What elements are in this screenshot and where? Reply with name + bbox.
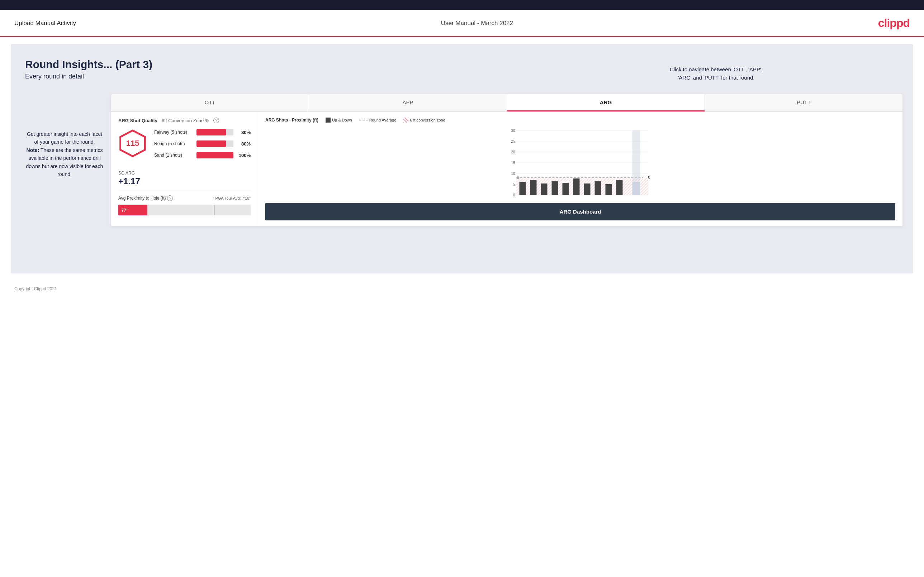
bar-pct-rough: 80% (236, 141, 250, 147)
main-content: Round Insights... (Part 3) Every round i… (11, 44, 913, 274)
bar-track-fairway (197, 129, 233, 135)
pga-avg-label: ↑ PGA Tour Avg: 7'10" (212, 196, 250, 200)
svg-rect-27 (552, 181, 558, 195)
proximity-help-icon[interactable]: ? (167, 195, 173, 201)
svg-rect-29 (573, 179, 580, 195)
section-header: ARG Shot Quality 6ft Conversion Zone % ? (118, 118, 250, 123)
page-title: Round Insights... (Part 3) (25, 58, 899, 71)
panel-left: ARG Shot Quality 6ft Conversion Zone % ?… (111, 112, 258, 226)
chart-area: 30 25 20 15 10 5 0 (265, 127, 895, 198)
svg-rect-25 (530, 180, 537, 195)
svg-rect-24 (520, 182, 526, 195)
bar-track-rough (197, 140, 233, 147)
tab-arg[interactable]: ARG (507, 94, 705, 111)
chart-header: ARG Shots - Proximity (ft) Up & Down Rou… (265, 118, 895, 122)
sidebar-intro: Get greater insight into each facet of y… (26, 131, 103, 177)
svg-rect-26 (541, 184, 548, 195)
legend-round-avg-label: Round Average (369, 118, 397, 122)
sidebar-note-label: Note: (26, 147, 39, 153)
bar-sand: Sand (1 shots) 100% (154, 152, 250, 158)
legend-up-down-label: Up & Down (332, 118, 352, 122)
chart-svg: 30 25 20 15 10 5 0 (265, 127, 895, 198)
svg-text:8: 8 (648, 176, 650, 180)
tab-ott[interactable]: OTT (111, 94, 309, 111)
conversion-zone-label: 6ft Conversion Zone % (162, 118, 209, 123)
svg-rect-34 (633, 182, 640, 195)
shot-quality-bars: Fairway (5 shots) 80% Rough (5 shots) (154, 129, 250, 163)
bar-fairway: Fairway (5 shots) 80% (154, 129, 250, 135)
top-bar (0, 0, 924, 10)
tab-app[interactable]: APP (309, 94, 507, 111)
svg-text:5: 5 (513, 182, 515, 186)
svg-text:25: 25 (511, 139, 515, 143)
svg-rect-30 (584, 184, 591, 195)
legend-round-avg: Round Average (359, 118, 397, 122)
help-icon[interactable]: ? (213, 118, 219, 123)
svg-text:30: 30 (511, 129, 515, 132)
annotation-text: Click to navigate between 'OTT', 'APP','… (670, 66, 762, 82)
svg-point-21 (517, 176, 520, 179)
bar-pct-fairway: 80% (236, 130, 250, 135)
legend-6ft: 6 ft conversion zone (403, 118, 445, 122)
proximity-section: Avg Proximity to Hole (ft) ? ↑ PGA Tour … (118, 190, 250, 215)
main-panel: OTT APP ARG PUTT ARG Shot Quality 6ft Co… (111, 94, 903, 226)
chart-title: ARG Shots - Proximity (ft) (265, 118, 318, 122)
proximity-header: Avg Proximity to Hole (ft) ? ↑ PGA Tour … (118, 195, 250, 201)
legend-hatched-icon (403, 118, 409, 122)
hex-container: 115 Fairway (5 shots) 80% (118, 129, 250, 163)
svg-rect-32 (606, 184, 612, 195)
svg-text:20: 20 (511, 150, 515, 154)
sg-section: SG ARG +1.17 (118, 171, 250, 186)
hex-score-value: 115 (126, 139, 139, 148)
panel-right: ARG Shots - Proximity (ft) Up & Down Rou… (258, 112, 903, 226)
tab-putt[interactable]: PUTT (705, 94, 903, 111)
annotation-label: Click to navigate between 'OTT', 'APP','… (670, 66, 762, 81)
svg-text:15: 15 (511, 161, 515, 165)
page-subtitle: Every round in detail (25, 73, 899, 80)
svg-rect-33 (616, 180, 623, 195)
copyright-label: Copyright Clippd 2021 (15, 286, 57, 292)
legend-up-down: Up & Down (326, 118, 352, 122)
bar-fill-sand (197, 152, 233, 158)
legend-6ft-label: 6 ft conversion zone (410, 118, 445, 122)
arg-dashboard-button[interactable]: ARG Dashboard (265, 203, 895, 221)
header: Upload Manual Activity User Manual - Mar… (0, 10, 924, 37)
clippd-logo: clippd (878, 16, 909, 30)
bar-fill-fairway (197, 129, 226, 135)
bar-label-rough: Rough (5 shots) (154, 141, 194, 146)
bar-track-sand (197, 152, 233, 158)
sidebar-text: Get greater insight into each facet of y… (25, 130, 104, 178)
legend-dashed-icon (359, 120, 368, 121)
bar-pct-sand: 100% (236, 153, 250, 158)
user-manual-label: User Manual - March 2022 (441, 20, 513, 27)
proximity-avg-label: Avg Proximity to Hole (ft) (118, 196, 166, 201)
proximity-value: 77' (121, 208, 128, 213)
panel-body: ARG Shot Quality 6ft Conversion Zone % ?… (111, 112, 903, 226)
svg-text:10: 10 (511, 172, 515, 176)
svg-text:0: 0 (513, 193, 515, 197)
legend-box-icon (326, 118, 331, 122)
bar-fill-rough (197, 140, 226, 147)
proximity-cursor (214, 205, 215, 215)
proximity-bar-track: 77' (118, 205, 250, 215)
svg-rect-28 (562, 183, 569, 195)
bar-label-sand: Sand (1 shots) (154, 153, 194, 158)
proximity-bar-fill: 77' (118, 205, 147, 215)
sg-arg-value: +1.17 (118, 176, 250, 186)
sg-arg-label: SG ARG (118, 171, 250, 176)
arg-shot-quality-label: ARG Shot Quality (118, 118, 157, 123)
svg-rect-31 (595, 181, 601, 195)
bar-label-fairway: Fairway (5 shots) (154, 130, 194, 135)
bar-rough: Rough (5 shots) 80% (154, 140, 250, 147)
upload-manual-label: Upload Manual Activity (15, 20, 76, 27)
hexagon-score: 115 (118, 129, 147, 158)
tabs-container: OTT APP ARG PUTT (111, 94, 903, 112)
footer: Copyright Clippd 2021 (0, 280, 924, 297)
